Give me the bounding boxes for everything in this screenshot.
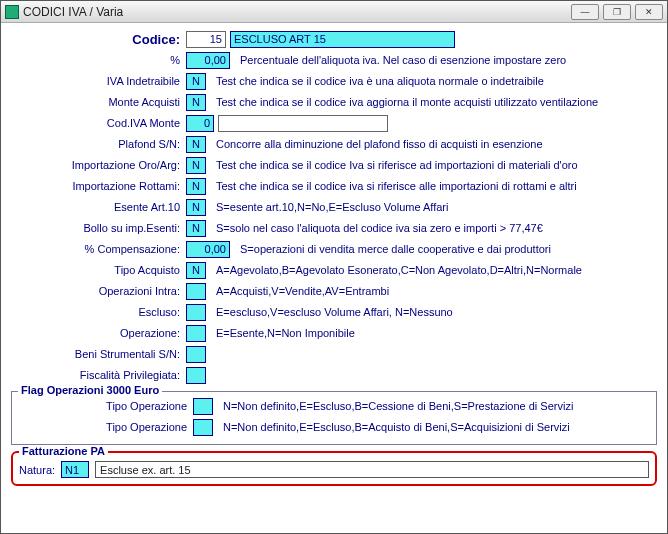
field-input[interactable] (186, 346, 206, 363)
group-3000-legend: Flag Operazioni 3000 Euro (18, 384, 162, 396)
content: Codice: 15 ESCLUSO ART 15 %0,00Percentua… (1, 23, 667, 494)
field-input[interactable] (193, 419, 213, 436)
field-label: Operazione: (11, 327, 186, 339)
form-row: Esente Art.10NS=esente art.10,N=No,E=Esc… (11, 197, 657, 217)
field-hint: Concorre alla diminuzione del plafond fi… (216, 138, 657, 150)
field-input[interactable]: N (186, 220, 206, 237)
form-row: Escluso:E=escluso,V=escluso Volume Affar… (11, 302, 657, 322)
field-label: Plafond S/N: (11, 138, 186, 150)
form-row: Tipo OperazioneN=Non definito,E=Escluso,… (18, 417, 650, 437)
field-hint: Test che indica se il codice Iva si rife… (216, 159, 657, 171)
fattpa-legend: Fatturazione PA (19, 445, 108, 457)
field-hint: E=escluso,V=escluso Volume Affari, N=Nes… (216, 306, 657, 318)
close-button[interactable]: ✕ (635, 4, 663, 20)
form-row: Cod.IVA Monte0 (11, 113, 657, 133)
minimize-button[interactable]: — (571, 4, 599, 20)
field-input[interactable]: N (186, 136, 206, 153)
field-input[interactable] (186, 367, 206, 384)
field-hint: Test che indica se il codice iva è una a… (216, 75, 657, 87)
natura-label: Natura: (19, 464, 55, 476)
field-hint: E=Esente,N=Non Imponibile (216, 327, 657, 339)
form-row: Operazioni Intra:A=Acquisti,V=Vendite,AV… (11, 281, 657, 301)
field-hint: A=Acquisti,V=Vendite,AV=Entrambi (216, 285, 657, 297)
field-label: Beni Strumentali S/N: (11, 348, 186, 360)
field-hint: Percentuale dell'aliquota iva. Nel caso … (240, 54, 657, 66)
field-label: Cod.IVA Monte (11, 117, 186, 129)
field-hint: Test che indica se il codice iva aggiorn… (216, 96, 657, 108)
field-hint: S=solo nel caso l'aliquota del codice iv… (216, 222, 657, 234)
field-input[interactable] (186, 304, 206, 321)
window: CODICI IVA / Varia — ❐ ✕ Codice: 15 ESCL… (0, 0, 668, 534)
form-row: Importazione Rottami:NTest che indica se… (11, 176, 657, 196)
maximize-button[interactable]: ❐ (603, 4, 631, 20)
form-row: Operazione:E=Esente,N=Non Imponibile (11, 323, 657, 343)
natura-desc-input[interactable]: Escluse ex. art. 15 (95, 461, 649, 478)
field-hint: S=esente art.10,N=No,E=Escluso Volume Af… (216, 201, 657, 213)
group-3000-euro: Flag Operazioni 3000 Euro Tipo Operazion… (11, 391, 657, 445)
field-hint: Test che indica se il codice iva si rife… (216, 180, 657, 192)
field-label: Tipo Operazione (18, 400, 193, 412)
form-row: Plafond S/N:NConcorre alla diminuzione d… (11, 134, 657, 154)
form-row: %0,00Percentuale dell'aliquota iva. Nel … (11, 50, 657, 70)
field-hint: S=operazioni di vendita merce dalle coop… (240, 243, 657, 255)
field-input[interactable]: N (186, 94, 206, 111)
app-icon (5, 5, 19, 19)
form-row: Monte AcquistiNTest che indica se il cod… (11, 92, 657, 112)
field-label: Tipo Operazione (18, 421, 193, 433)
form-row: Fiscalità Privilegiata: (11, 365, 657, 385)
field-label: Tipo Acquisto (11, 264, 186, 276)
form-row: Tipo OperazioneN=Non definito,E=Escluso,… (18, 396, 650, 416)
field-label: Operazioni Intra: (11, 285, 186, 297)
field-input[interactable] (186, 325, 206, 342)
field-hint: N=Non definito,E=Escluso,B=Cessione di B… (223, 400, 650, 412)
field-hint: N=Non definito,E=Escluso,B=Acquisto di B… (223, 421, 650, 433)
field-input[interactable] (193, 398, 213, 415)
field-label: % (11, 54, 186, 66)
field-label: Monte Acquisti (11, 96, 186, 108)
field-input[interactable]: N (186, 199, 206, 216)
field-input[interactable]: N (186, 262, 206, 279)
field-hint: A=Agevolato,B=Agevolato Esonerato,C=Non … (216, 264, 657, 276)
form-row: % Compensazione:0,00S=operazioni di vend… (11, 239, 657, 259)
group-fatturazione-pa: Fatturazione PA Natura: N1 Escluse ex. a… (11, 451, 657, 486)
field-label: Bollo su imp.Esenti: (11, 222, 186, 234)
codice-row: Codice: 15 ESCLUSO ART 15 (11, 29, 657, 49)
field-label: Escluso: (11, 306, 186, 318)
field-label: Importazione Rottami: (11, 180, 186, 192)
field-input[interactable]: N (186, 157, 206, 174)
field-label: Importazione Oro/Arg: (11, 159, 186, 171)
field-label: Esente Art.10 (11, 201, 186, 213)
field-input[interactable]: 0,00 (186, 52, 230, 69)
field-extra-input[interactable] (218, 115, 388, 132)
field-input[interactable] (186, 283, 206, 300)
field-label: IVA Indetraibile (11, 75, 186, 87)
form-row: Bollo su imp.Esenti:NS=solo nel caso l'a… (11, 218, 657, 238)
field-input[interactable]: N (186, 73, 206, 90)
titlebar: CODICI IVA / Varia — ❐ ✕ (1, 1, 667, 23)
field-input[interactable]: 0 (186, 115, 214, 132)
codice-desc-input[interactable]: ESCLUSO ART 15 (230, 31, 455, 48)
codice-input[interactable]: 15 (186, 31, 226, 48)
natura-code-input[interactable]: N1 (61, 461, 89, 478)
field-input[interactable]: N (186, 178, 206, 195)
form-row: Beni Strumentali S/N: (11, 344, 657, 364)
form-row: Tipo AcquistoNA=Agevolato,B=Agevolato Es… (11, 260, 657, 280)
field-input[interactable]: 0,00 (186, 241, 230, 258)
window-controls: — ❐ ✕ (571, 4, 663, 20)
field-label: Fiscalità Privilegiata: (11, 369, 186, 381)
field-label: % Compensazione: (11, 243, 186, 255)
form-row: IVA IndetraibileNTest che indica se il c… (11, 71, 657, 91)
window-title: CODICI IVA / Varia (23, 5, 571, 19)
form-row: Importazione Oro/Arg:NTest che indica se… (11, 155, 657, 175)
codice-label: Codice: (11, 32, 186, 47)
